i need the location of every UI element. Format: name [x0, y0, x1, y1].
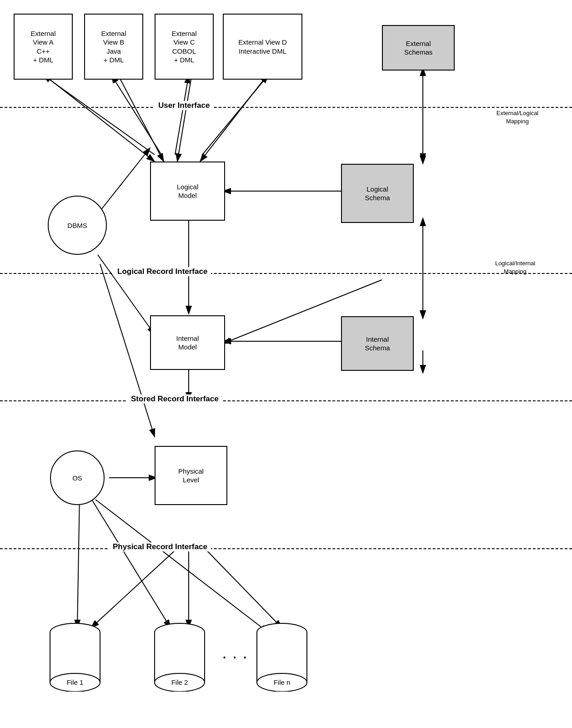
file1-label: File 1	[48, 678, 102, 686]
external-view-b-label: External View B Java + DML	[101, 29, 126, 65]
internal-model: Internal Model	[150, 315, 225, 370]
physical-record-interface-line	[0, 548, 572, 549]
physical-record-interface-label: Physical Record Interface	[109, 542, 211, 551]
dbms-label: DBMS	[67, 222, 87, 229]
svg-line-22	[77, 496, 80, 628]
logical-record-interface-label: Logical Record Interface	[114, 267, 211, 276]
svg-line-18	[100, 264, 155, 437]
internal-schema: Internal Schema	[341, 316, 414, 371]
svg-line-2	[50, 80, 155, 162]
external-view-c-label: External View C COBOL + DML	[171, 29, 196, 65]
file2-cylinder: File 2	[152, 619, 207, 692]
svg-line-21	[205, 548, 282, 628]
logical-schema-label: Logical Schema	[365, 185, 390, 202]
internal-model-label: Internal Model	[176, 334, 199, 352]
physical-level-label: Physical Level	[178, 467, 204, 485]
svg-line-3	[43, 75, 155, 155]
physical-level: Physical Level	[155, 446, 227, 505]
external-view-c: External View C COBOL + DML	[155, 14, 214, 80]
external-view-d: External View D Interactive DML	[223, 14, 302, 80]
os-circle: OS	[50, 450, 105, 505]
svg-line-5	[111, 75, 161, 155]
user-interface-label: User Interface	[155, 101, 213, 110]
external-view-d-label: External View D Interactive DML	[238, 38, 286, 56]
svg-line-8	[200, 80, 264, 162]
file1-cylinder: File 1	[48, 619, 102, 692]
external-view-a: External View A C++ + DML	[14, 14, 73, 80]
external-view-b: External View B Java + DML	[84, 14, 143, 80]
svg-line-6	[177, 80, 191, 162]
svg-line-7	[175, 75, 189, 155]
svg-line-4	[120, 80, 164, 162]
filen-cylinder: File n	[255, 619, 309, 692]
filen-label: File n	[255, 678, 309, 686]
dots-separator: · · ·	[223, 651, 248, 665]
file2-label: File 2	[152, 678, 207, 686]
svg-line-9	[202, 75, 268, 155]
internal-schema-label: Internal Schema	[365, 335, 390, 353]
logical-model: Logical Model	[150, 162, 225, 221]
external-view-a-label: External View A C++ + DML	[30, 29, 55, 65]
logical-model-label: Logical Model	[177, 182, 199, 200]
svg-line-23	[91, 498, 171, 628]
external-schemas: External Schemas	[382, 25, 455, 71]
diagram: External View A C++ + DML External View …	[0, 0, 572, 728]
os-label: OS	[72, 474, 82, 482]
svg-line-19	[91, 548, 177, 628]
logical-internal-mapping: Logical/Internal Mapping	[481, 259, 549, 276]
svg-line-16	[98, 148, 150, 214]
user-interface-line	[0, 107, 572, 108]
external-schemas-label: External Schemas	[404, 39, 433, 57]
dbms-circle: DBMS	[48, 196, 107, 255]
logical-schema: Logical Schema	[341, 164, 414, 223]
svg-line-24	[95, 500, 268, 632]
stored-record-interface-label: Stored Record Interface	[127, 394, 222, 404]
stored-record-interface-line	[0, 400, 572, 401]
external-logical-mapping: External/Logical Mapping	[486, 109, 549, 126]
